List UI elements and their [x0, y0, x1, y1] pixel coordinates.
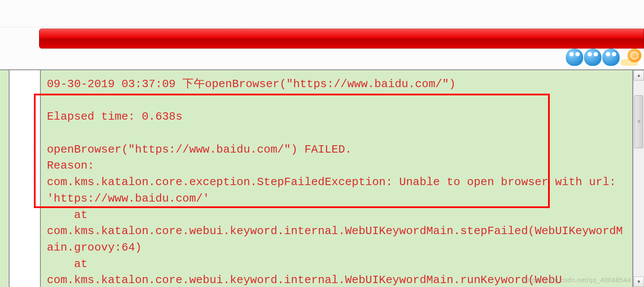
chevron-up-icon: ▲	[637, 73, 640, 78]
mascot-icon[interactable]	[602, 49, 620, 66]
log-line: at	[47, 258, 88, 271]
log-left-margin	[0, 70, 10, 287]
log-line: 09-30-2019 03:37:09 下午openBrowser("https…	[47, 78, 456, 91]
log-line: com.kms.katalon.core.exception.StepFaile…	[47, 176, 623, 205]
chevron-down-icon: ▼	[637, 280, 640, 284]
log-line: Reason:	[47, 159, 94, 172]
log-gutter	[10, 70, 41, 287]
mascot-toolbar	[566, 49, 641, 66]
log-text: 09-30-2019 03:37:09 下午openBrowser("https…	[41, 70, 632, 287]
mascot-icon[interactable]	[584, 49, 601, 66]
log-line: com.kms.katalon.core.webui.keyword.inter…	[47, 274, 562, 287]
log-panel: 09-30-2019 03:37:09 下午openBrowser("https…	[0, 69, 644, 287]
scroll-thumb[interactable]	[634, 95, 643, 148]
log-line: openBrowser("https://www.baidu.com/") FA…	[47, 143, 352, 156]
log-line: com.kms.katalon.core.webui.keyword.inter…	[47, 225, 623, 254]
log-line: Elapsed time: 0.638s	[47, 110, 182, 123]
window-toolbar-area	[0, 0, 644, 27]
scroll-down-button[interactable]: ▼	[634, 277, 644, 287]
log-content-area: 09-30-2019 03:37:09 下午openBrowser("https…	[41, 70, 633, 287]
log-line: at	[47, 209, 88, 222]
scroll-up-button[interactable]: ▲	[634, 70, 644, 81]
snail-settings-icon[interactable]	[621, 49, 641, 66]
vertical-scrollbar[interactable]: ▲ ▼	[633, 70, 644, 287]
mascot-icon[interactable]	[566, 49, 583, 66]
error-status-bar	[39, 29, 644, 49]
